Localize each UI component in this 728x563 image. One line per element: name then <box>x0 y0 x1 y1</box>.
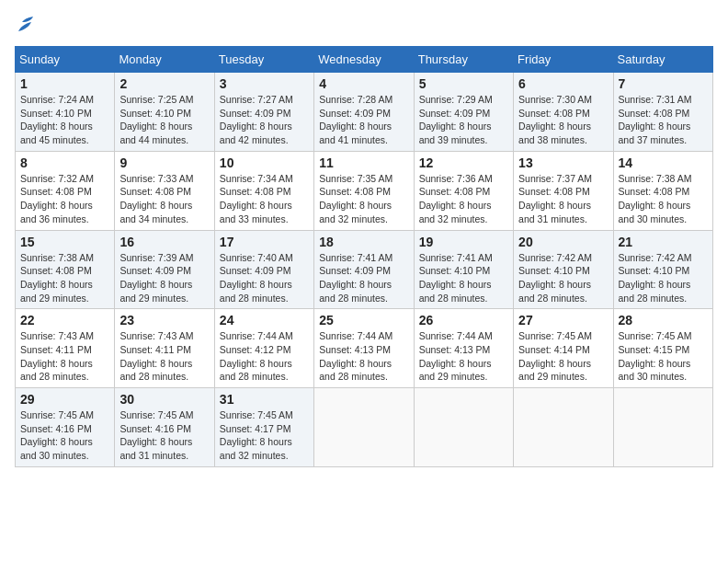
day-number: 13 <box>518 155 608 170</box>
day-number: 29 <box>20 392 109 407</box>
day-number: 2 <box>119 76 209 91</box>
day-info: Sunrise: 7:38 AMSunset: 4:08 PMDaylight:… <box>20 251 109 305</box>
day-info: Sunrise: 7:24 AMSunset: 4:10 PMDaylight:… <box>20 93 109 147</box>
calendar-cell: 21Sunrise: 7:42 AMSunset: 4:10 PMDayligh… <box>613 230 712 309</box>
calendar-header-monday: Monday <box>115 47 214 73</box>
day-number: 21 <box>619 235 708 249</box>
calendar-cell: 6Sunrise: 7:30 AMSunset: 4:08 PMDaylight… <box>514 73 613 152</box>
calendar-week-row: 8Sunrise: 7:32 AMSunset: 4:08 PMDaylight… <box>16 151 713 230</box>
day-info: Sunrise: 7:38 AMSunset: 4:08 PMDaylight:… <box>619 172 708 226</box>
day-info: Sunrise: 7:45 AMSunset: 4:16 PMDaylight:… <box>119 408 209 463</box>
day-info: Sunrise: 7:39 AMSunset: 4:09 PMDaylight:… <box>119 251 209 305</box>
day-number: 9 <box>119 155 209 170</box>
day-number: 3 <box>220 76 309 91</box>
calendar-week-row: 22Sunrise: 7:43 AMSunset: 4:11 PMDayligh… <box>16 309 713 388</box>
calendar-cell <box>314 388 414 467</box>
day-info: Sunrise: 7:44 AMSunset: 4:12 PMDaylight:… <box>220 329 309 384</box>
calendar-table: SundayMondayTuesdayWednesdayThursdayFrid… <box>15 46 713 467</box>
day-info: Sunrise: 7:43 AMSunset: 4:11 PMDaylight:… <box>119 329 209 384</box>
calendar-cell: 15Sunrise: 7:38 AMSunset: 4:08 PMDayligh… <box>16 230 115 309</box>
calendar-header-row: SundayMondayTuesdayWednesdayThursdayFrid… <box>16 47 713 73</box>
day-info: Sunrise: 7:45 AMSunset: 4:16 PMDaylight:… <box>20 408 109 463</box>
day-number: 25 <box>319 313 408 327</box>
calendar-header-thursday: Thursday <box>414 47 513 73</box>
day-number: 31 <box>220 392 309 407</box>
calendar-cell <box>613 388 712 467</box>
calendar-header-tuesday: Tuesday <box>214 47 313 73</box>
calendar-cell: 25Sunrise: 7:44 AMSunset: 4:13 PMDayligh… <box>314 309 414 388</box>
calendar-cell: 17Sunrise: 7:40 AMSunset: 4:09 PMDayligh… <box>214 230 313 309</box>
page-header <box>15 15 713 35</box>
calendar-cell: 19Sunrise: 7:41 AMSunset: 4:10 PMDayligh… <box>414 230 513 309</box>
day-info: Sunrise: 7:41 AMSunset: 4:09 PMDaylight:… <box>319 251 408 305</box>
calendar-cell: 14Sunrise: 7:38 AMSunset: 4:08 PMDayligh… <box>613 151 712 230</box>
day-number: 12 <box>419 155 508 170</box>
calendar-cell: 16Sunrise: 7:39 AMSunset: 4:09 PMDayligh… <box>115 230 214 309</box>
day-info: Sunrise: 7:43 AMSunset: 4:11 PMDaylight:… <box>20 329 109 384</box>
day-info: Sunrise: 7:42 AMSunset: 4:10 PMDaylight:… <box>518 251 608 305</box>
day-number: 16 <box>119 235 209 249</box>
day-info: Sunrise: 7:34 AMSunset: 4:08 PMDaylight:… <box>220 172 309 226</box>
calendar-cell: 7Sunrise: 7:31 AMSunset: 4:08 PMDaylight… <box>613 73 712 152</box>
day-number: 15 <box>20 235 109 249</box>
day-number: 26 <box>419 313 508 327</box>
day-number: 17 <box>220 235 309 249</box>
day-number: 23 <box>119 313 209 327</box>
calendar-cell: 4Sunrise: 7:28 AMSunset: 4:09 PMDaylight… <box>314 73 414 152</box>
day-number: 30 <box>119 392 209 407</box>
day-number: 7 <box>619 76 708 91</box>
calendar-cell: 11Sunrise: 7:35 AMSunset: 4:08 PMDayligh… <box>314 151 414 230</box>
calendar-cell: 27Sunrise: 7:45 AMSunset: 4:14 PMDayligh… <box>514 309 613 388</box>
calendar-cell: 22Sunrise: 7:43 AMSunset: 4:11 PMDayligh… <box>16 309 115 388</box>
calendar-cell: 9Sunrise: 7:33 AMSunset: 4:08 PMDaylight… <box>115 151 214 230</box>
day-info: Sunrise: 7:33 AMSunset: 4:08 PMDaylight:… <box>119 172 209 226</box>
calendar-cell: 28Sunrise: 7:45 AMSunset: 4:15 PMDayligh… <box>613 309 712 388</box>
day-number: 14 <box>619 155 708 170</box>
calendar-cell: 20Sunrise: 7:42 AMSunset: 4:10 PMDayligh… <box>514 230 613 309</box>
calendar-cell: 12Sunrise: 7:36 AMSunset: 4:08 PMDayligh… <box>414 151 513 230</box>
calendar-header-sunday: Sunday <box>16 47 115 73</box>
day-number: 4 <box>319 76 408 91</box>
calendar-cell: 29Sunrise: 7:45 AMSunset: 4:16 PMDayligh… <box>16 388 115 467</box>
day-info: Sunrise: 7:40 AMSunset: 4:09 PMDaylight:… <box>220 251 309 305</box>
calendar-cell: 1Sunrise: 7:24 AMSunset: 4:10 PMDaylight… <box>16 73 115 152</box>
day-number: 18 <box>319 235 408 249</box>
day-info: Sunrise: 7:28 AMSunset: 4:09 PMDaylight:… <box>319 93 408 147</box>
day-number: 28 <box>619 313 708 327</box>
day-number: 10 <box>220 155 309 170</box>
calendar-cell: 13Sunrise: 7:37 AMSunset: 4:08 PMDayligh… <box>514 151 613 230</box>
calendar-week-row: 29Sunrise: 7:45 AMSunset: 4:16 PMDayligh… <box>16 388 713 467</box>
day-info: Sunrise: 7:45 AMSunset: 4:14 PMDaylight:… <box>518 329 608 384</box>
day-info: Sunrise: 7:31 AMSunset: 4:08 PMDaylight:… <box>619 93 708 147</box>
day-number: 27 <box>518 313 608 327</box>
calendar-cell: 26Sunrise: 7:44 AMSunset: 4:13 PMDayligh… <box>414 309 513 388</box>
day-number: 22 <box>20 313 109 327</box>
calendar-cell: 24Sunrise: 7:44 AMSunset: 4:12 PMDayligh… <box>214 309 313 388</box>
calendar-cell: 8Sunrise: 7:32 AMSunset: 4:08 PMDaylight… <box>16 151 115 230</box>
day-info: Sunrise: 7:44 AMSunset: 4:13 PMDaylight:… <box>319 329 408 384</box>
day-info: Sunrise: 7:45 AMSunset: 4:15 PMDaylight:… <box>619 329 708 384</box>
calendar-week-row: 1Sunrise: 7:24 AMSunset: 4:10 PMDaylight… <box>16 73 713 152</box>
calendar-week-row: 15Sunrise: 7:38 AMSunset: 4:08 PMDayligh… <box>16 230 713 309</box>
calendar-cell: 30Sunrise: 7:45 AMSunset: 4:16 PMDayligh… <box>115 388 214 467</box>
day-info: Sunrise: 7:45 AMSunset: 4:17 PMDaylight:… <box>220 408 309 463</box>
calendar-cell: 23Sunrise: 7:43 AMSunset: 4:11 PMDayligh… <box>115 309 214 388</box>
day-info: Sunrise: 7:30 AMSunset: 4:08 PMDaylight:… <box>518 93 608 147</box>
day-info: Sunrise: 7:32 AMSunset: 4:08 PMDaylight:… <box>20 172 109 226</box>
day-number: 8 <box>20 155 109 170</box>
calendar-cell: 3Sunrise: 7:27 AMSunset: 4:09 PMDaylight… <box>214 73 313 152</box>
day-info: Sunrise: 7:29 AMSunset: 4:09 PMDaylight:… <box>419 93 508 147</box>
day-info: Sunrise: 7:36 AMSunset: 4:08 PMDaylight:… <box>419 172 508 226</box>
calendar-header-wednesday: Wednesday <box>314 47 414 73</box>
calendar-cell: 5Sunrise: 7:29 AMSunset: 4:09 PMDaylight… <box>414 73 513 152</box>
calendar-header-saturday: Saturday <box>613 47 712 73</box>
logo-bird-icon <box>17 15 33 35</box>
day-number: 20 <box>518 235 608 249</box>
calendar-cell: 10Sunrise: 7:34 AMSunset: 4:08 PMDayligh… <box>214 151 313 230</box>
day-number: 24 <box>220 313 309 327</box>
calendar-cell <box>414 388 513 467</box>
day-info: Sunrise: 7:37 AMSunset: 4:08 PMDaylight:… <box>518 172 608 226</box>
day-number: 1 <box>20 76 109 91</box>
calendar-header-friday: Friday <box>514 47 613 73</box>
day-info: Sunrise: 7:44 AMSunset: 4:13 PMDaylight:… <box>419 329 508 384</box>
